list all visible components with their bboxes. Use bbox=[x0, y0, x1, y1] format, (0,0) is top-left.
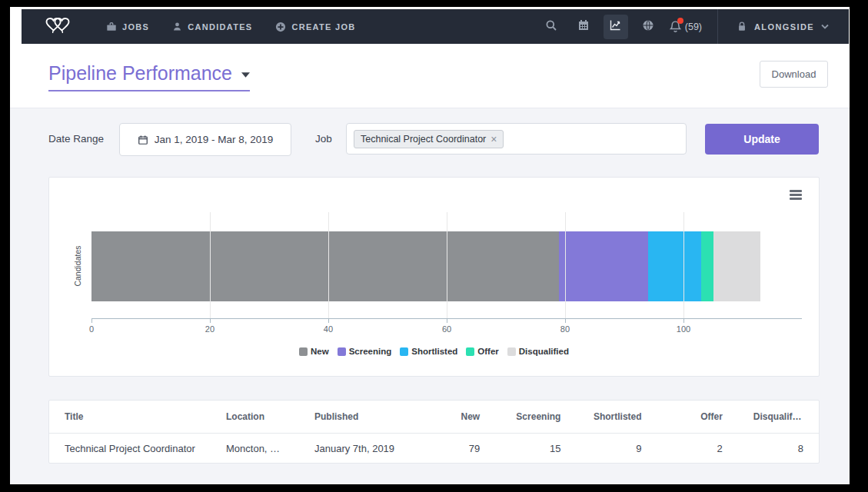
gridline bbox=[210, 212, 211, 318]
screenshot-frame: JOBS CANDIDATES CREATE JOB bbox=[0, 0, 868, 492]
globe-icon bbox=[642, 19, 654, 35]
chevron-down-icon bbox=[821, 24, 829, 29]
table-cell: Moncton, NB bbox=[211, 443, 299, 454]
table-cell: 15 bbox=[495, 443, 576, 454]
legend-label: Offer bbox=[477, 347, 498, 356]
column-header: Offer bbox=[657, 411, 738, 422]
table-cell: 9 bbox=[576, 443, 657, 454]
x-tick bbox=[447, 319, 447, 323]
job-input[interactable]: Technical Project Coordinator × bbox=[346, 123, 687, 155]
job-tag: Technical Project Coordinator × bbox=[354, 130, 504, 148]
nav-item-label: CREATE JOB bbox=[291, 22, 355, 32]
legend-item-offer[interactable]: Offer bbox=[466, 347, 498, 356]
caret-down-icon bbox=[241, 67, 250, 81]
column-header: Disqualified bbox=[738, 411, 819, 422]
line-chart-icon bbox=[609, 18, 622, 35]
legend-marker bbox=[338, 347, 346, 356]
legend-item-screening[interactable]: Screening bbox=[338, 347, 392, 356]
column-header: New bbox=[414, 411, 495, 422]
notifications-button[interactable]: (59) bbox=[669, 20, 702, 33]
reports-button[interactable] bbox=[604, 15, 628, 39]
x-axis-line bbox=[91, 318, 802, 319]
table-cell: Technical Project Coordinator bbox=[49, 443, 211, 454]
legend-item-disqualified[interactable]: Disqualified bbox=[507, 347, 569, 356]
bell-icon bbox=[669, 20, 682, 33]
calendar-button[interactable] bbox=[571, 15, 596, 39]
app-window: JOBS CANDIDATES CREATE JOB bbox=[10, 7, 850, 484]
x-tick-label: 80 bbox=[560, 324, 570, 334]
globe-button[interactable] bbox=[636, 15, 660, 39]
job-tag-label: Technical Project Coordinator bbox=[361, 134, 486, 145]
column-header: Title bbox=[49, 411, 211, 422]
column-header: Screening bbox=[495, 411, 576, 422]
legend-label: Shortlisted bbox=[411, 347, 457, 356]
tag-remove-icon[interactable]: × bbox=[491, 135, 497, 143]
chart-legend: NewScreeningShortlistedOfferDisqualified bbox=[49, 347, 819, 356]
table-header-row: TitleLocationPublishedNewScreeningShortl… bbox=[49, 401, 819, 434]
table-cell: 8 bbox=[738, 443, 819, 454]
gridline bbox=[447, 212, 447, 318]
plus-circle-icon bbox=[275, 22, 286, 32]
bar-segment-shortlisted bbox=[648, 231, 701, 301]
bar-segment-disqualified bbox=[713, 231, 761, 301]
y-axis-label: Candidates bbox=[73, 245, 82, 286]
bar-segment-offer bbox=[701, 231, 713, 301]
legend-label: Disqualified bbox=[519, 347, 569, 356]
notification-dot bbox=[677, 18, 683, 24]
page-title: Pipeline Performance bbox=[48, 62, 232, 85]
bar-segment-screening bbox=[559, 231, 648, 301]
x-tick-label: 60 bbox=[442, 324, 451, 334]
briefcase-icon bbox=[106, 22, 117, 32]
x-tick bbox=[565, 319, 566, 323]
nav-item-candidates[interactable]: CANDIDATES bbox=[172, 22, 252, 32]
legend-label: Screening bbox=[349, 347, 392, 356]
results-table: TitleLocationPublishedNewScreeningShortl… bbox=[48, 400, 820, 464]
x-tick-label: 20 bbox=[205, 324, 215, 334]
download-button[interactable]: Download bbox=[760, 61, 828, 88]
x-tick-label: 0 bbox=[89, 324, 94, 334]
navbar: JOBS CANDIDATES CREATE JOB bbox=[22, 9, 849, 44]
gridline bbox=[565, 212, 566, 318]
search-button[interactable] bbox=[539, 15, 564, 39]
table-cell: 2 bbox=[657, 443, 738, 454]
legend-label: New bbox=[311, 347, 329, 356]
legend-marker bbox=[507, 347, 516, 356]
date-range-label: Date Range bbox=[48, 133, 104, 145]
nav-item-create-job[interactable]: CREATE JOB bbox=[275, 22, 355, 32]
x-tick bbox=[210, 319, 211, 323]
legend-item-shortlisted[interactable]: Shortlisted bbox=[400, 347, 457, 356]
table-cell: January 7th, 2019 bbox=[299, 443, 414, 454]
legend-item-new[interactable]: New bbox=[299, 347, 329, 356]
nav-item-label: JOBS bbox=[122, 22, 149, 32]
search-icon bbox=[545, 19, 557, 35]
x-tick-label: 40 bbox=[324, 324, 333, 334]
stacked-bar bbox=[91, 231, 760, 301]
bar-segment-new bbox=[91, 231, 559, 301]
account-menu[interactable]: ALONGSIDE bbox=[718, 9, 849, 44]
gridline bbox=[328, 212, 329, 318]
legend-marker bbox=[299, 347, 308, 356]
chart-card: Candidates 020406080100 NewScreeningShor… bbox=[48, 177, 820, 377]
report-selector[interactable]: Pipeline Performance bbox=[48, 62, 250, 91]
column-header: Published bbox=[299, 411, 414, 422]
gridline bbox=[683, 212, 684, 318]
account-icon bbox=[737, 21, 747, 32]
brand-logo[interactable] bbox=[43, 14, 72, 40]
date-range-value: Jan 1, 2019 - Mar 8, 2019 bbox=[155, 134, 274, 145]
account-name: ALONGSIDE bbox=[754, 22, 814, 32]
job-label: Job bbox=[315, 133, 332, 145]
table-cell: 79 bbox=[414, 443, 495, 454]
legend-marker bbox=[400, 347, 408, 356]
update-button[interactable]: Update bbox=[705, 124, 819, 155]
date-range-input[interactable]: Jan 1, 2019 - Mar 8, 2019 bbox=[119, 123, 291, 156]
calendar-small-icon bbox=[138, 135, 148, 145]
x-tick bbox=[328, 319, 329, 323]
table-row: Technical Project CoordinatorMoncton, NB… bbox=[49, 434, 819, 463]
x-tick bbox=[683, 319, 684, 323]
x-tick-label: 100 bbox=[677, 324, 690, 334]
notification-count: (59) bbox=[685, 22, 702, 32]
column-header: Shortlisted bbox=[576, 411, 657, 422]
person-icon bbox=[172, 22, 182, 32]
nav-item-label: CANDIDATES bbox=[188, 22, 252, 32]
nav-item-jobs[interactable]: JOBS bbox=[106, 22, 149, 32]
